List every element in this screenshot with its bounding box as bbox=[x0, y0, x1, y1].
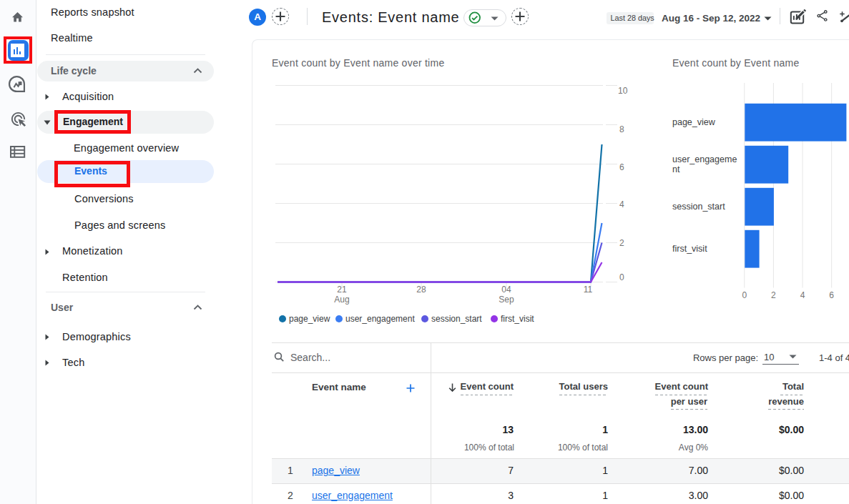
svg-text:Event count by Event name: Event count by Event name bbox=[672, 57, 799, 69]
svg-text:8: 8 bbox=[619, 124, 624, 134]
svg-text:2: 2 bbox=[619, 238, 624, 248]
svg-text:page_view: page_view bbox=[672, 117, 716, 127]
svg-text:0: 0 bbox=[619, 272, 624, 282]
svg-text:0: 0 bbox=[742, 290, 747, 300]
svg-text:2: 2 bbox=[771, 290, 776, 300]
svg-text:4: 4 bbox=[619, 199, 624, 209]
svg-text:page_view: page_view bbox=[289, 314, 330, 324]
svg-text:nt: nt bbox=[672, 164, 680, 174]
svg-text:Aug: Aug bbox=[334, 295, 349, 305]
svg-text:28: 28 bbox=[416, 285, 426, 295]
svg-text:10: 10 bbox=[618, 86, 628, 96]
svg-text:21: 21 bbox=[337, 285, 347, 295]
svg-text:Sep: Sep bbox=[499, 295, 514, 305]
svg-text:6: 6 bbox=[829, 290, 834, 300]
svg-text:user_engageme: user_engageme bbox=[672, 154, 737, 164]
svg-text:session_start: session_start bbox=[672, 202, 725, 212]
svg-text:first_visit: first_visit bbox=[501, 314, 534, 324]
svg-text:Event count by Event name over: Event count by Event name over time bbox=[272, 57, 444, 69]
svg-text:6: 6 bbox=[619, 162, 624, 172]
svg-text:user_engagement: user_engagement bbox=[345, 314, 415, 324]
svg-text:04: 04 bbox=[501, 285, 511, 295]
svg-text:session_start: session_start bbox=[431, 314, 482, 324]
svg-text:4: 4 bbox=[800, 290, 805, 300]
svg-text:11: 11 bbox=[584, 285, 593, 295]
svg-text:first_visit: first_visit bbox=[672, 244, 707, 254]
